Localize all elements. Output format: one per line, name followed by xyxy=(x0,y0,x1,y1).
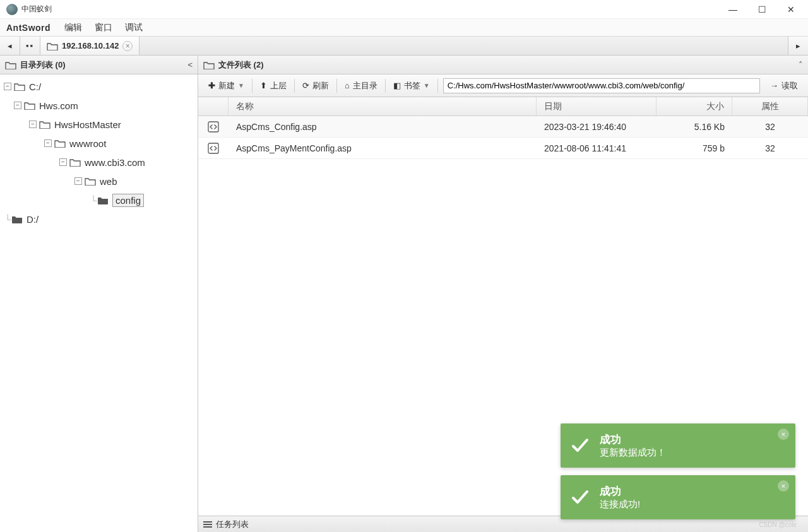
new-button-label: 新建 xyxy=(218,80,235,92)
watermark: CSDN @cole xyxy=(759,521,797,528)
tree-toggle-icon[interactable]: − xyxy=(44,139,52,147)
tree-label: config xyxy=(112,194,144,207)
menu-debug[interactable]: 调试 xyxy=(119,19,149,36)
toast-container: 成功 更新数据成功！ × 成功 连接成功! × xyxy=(561,423,795,519)
refresh-button[interactable]: ⟳ 刷新 xyxy=(296,74,335,97)
bookmark-icon: ◧ xyxy=(393,81,401,90)
file-type-icon xyxy=(198,143,229,154)
tree-node-hwshost[interactable]: − HwsHostMaster xyxy=(0,115,198,134)
file-panel-header: 文件列表 (2) ˄ xyxy=(198,56,808,74)
table-row[interactable]: AspCms_Config.asp 2023-03-21 19:46:40 5.… xyxy=(198,116,808,138)
tabstrip: ◂ ▪▪ 192.168.10.142 × ▸ xyxy=(0,37,808,56)
tab-nav-back[interactable]: ◂ xyxy=(0,37,20,55)
tree-label: D:/ xyxy=(27,214,39,225)
menubar-brand[interactable]: AntSword xyxy=(1,19,58,36)
directory-panel-title: 目录列表 (0) xyxy=(20,59,66,71)
folder-icon xyxy=(85,177,96,186)
new-button[interactable]: ✚ 新建 ▼ xyxy=(202,74,251,97)
table-row[interactable]: AspCms_PayMentConfig.asp 2021-08-06 11:4… xyxy=(198,138,808,159)
tree-toggle-icon[interactable]: − xyxy=(74,177,82,185)
tree-node-d[interactable]: └ D:/ xyxy=(0,210,198,228)
tree-node-web[interactable]: − web xyxy=(0,172,198,191)
check-icon xyxy=(571,488,590,507)
home-button-label: 主目录 xyxy=(353,80,377,92)
toast-close-icon[interactable]: × xyxy=(778,429,789,440)
bookmark-button[interactable]: ◧ 书签 ▼ xyxy=(387,74,436,97)
up-button[interactable]: ⬆ 上层 xyxy=(254,74,293,97)
folder-icon xyxy=(14,82,25,91)
tab-nav-forward[interactable]: ▸ xyxy=(788,37,808,55)
col-attr[interactable]: 属性 xyxy=(732,97,808,115)
folder-closed-icon xyxy=(11,215,23,223)
arrow-up-icon: ⬆ xyxy=(260,81,267,90)
collapse-up-icon[interactable]: ˄ xyxy=(799,60,803,69)
file-name: AspCms_PayMentConfig.asp xyxy=(229,143,537,153)
read-button-label: 读取 xyxy=(781,80,798,92)
tree-node-config[interactable]: └ config xyxy=(0,191,198,210)
path-input[interactable] xyxy=(443,78,760,93)
toast-title: 成功 xyxy=(600,432,666,447)
window-minimize-button[interactable]: — xyxy=(718,0,747,19)
taskbar-label: 任务列表 xyxy=(216,519,249,530)
toast: 成功 更新数据成功！ × xyxy=(561,423,795,468)
home-button[interactable]: ⌂ 主目录 xyxy=(338,74,384,97)
toast-close-icon[interactable]: × xyxy=(778,480,789,492)
file-date: 2023-03-21 19:46:40 xyxy=(537,122,656,132)
refresh-icon: ⟳ xyxy=(302,81,309,90)
tree-node-wwwroot[interactable]: − wwwroot xyxy=(0,134,198,153)
file-type-icon xyxy=(198,121,229,133)
tree-connector: └ xyxy=(4,214,11,225)
col-icon[interactable] xyxy=(198,97,229,115)
chevron-down-icon: ▼ xyxy=(238,82,244,89)
tree-connector: └ xyxy=(90,195,97,206)
toast-message: 更新数据成功！ xyxy=(600,447,666,459)
window-titlebar: 中国蚁剑 — ☐ ✕ xyxy=(0,0,808,19)
menu-edit[interactable]: 编辑 xyxy=(58,19,88,36)
tree-label: C:/ xyxy=(29,81,41,92)
file-table-header: 名称 日期 大小 属性 xyxy=(198,97,808,116)
col-date[interactable]: 日期 xyxy=(537,97,656,115)
up-button-label: 上层 xyxy=(270,80,287,92)
arrow-right-icon: → xyxy=(770,81,778,90)
folder-icon xyxy=(5,61,16,69)
tab-active[interactable]: 192.168.10.142 × xyxy=(40,37,140,55)
read-button[interactable]: → 读取 xyxy=(764,74,804,97)
folder-icon xyxy=(47,42,58,50)
window-maximize-button[interactable]: ☐ xyxy=(747,0,776,19)
tree-toggle-icon[interactable]: − xyxy=(59,158,67,166)
folder-icon xyxy=(69,158,81,167)
folder-icon xyxy=(39,120,50,129)
tree-label: www.cbi3.com xyxy=(85,157,145,168)
window-close-button[interactable]: ✕ xyxy=(776,0,805,19)
file-attr: 32 xyxy=(732,143,808,153)
list-icon xyxy=(203,521,212,528)
tree-label: Hws.com xyxy=(39,100,78,111)
tree-toggle-icon[interactable]: − xyxy=(29,121,37,128)
tree-toggle-icon[interactable]: − xyxy=(4,83,11,90)
plus-icon: ✚ xyxy=(208,81,215,90)
file-size: 5.16 Kb xyxy=(656,122,732,132)
refresh-button-label: 刷新 xyxy=(312,80,329,92)
folder-icon xyxy=(54,139,66,148)
bookmark-button-label: 书签 xyxy=(404,80,420,92)
file-toolbar: ✚ 新建 ▼ ⬆ 上层 ⟳ 刷新 ⌂ 主目录 ◧ 书签 xyxy=(198,74,808,97)
tree-toggle-icon[interactable]: − xyxy=(14,102,21,109)
window-title: 中国蚁剑 xyxy=(21,4,52,15)
tree-node-hws[interactable]: − Hws.com xyxy=(0,96,198,115)
tab-close-icon[interactable]: × xyxy=(122,41,133,51)
toast-message: 连接成功! xyxy=(600,499,640,511)
tree-node-cbi[interactable]: − www.cbi3.com xyxy=(0,153,198,172)
tree-node-c[interactable]: − C:/ xyxy=(0,77,198,96)
col-name[interactable]: 名称 xyxy=(229,97,537,115)
menubar: AntSword 编辑 窗口 调试 xyxy=(0,19,808,37)
tab-label: 192.168.10.142 xyxy=(62,41,119,50)
check-icon xyxy=(571,436,590,455)
toast-title: 成功 xyxy=(600,484,640,499)
file-panel-title: 文件列表 (2) xyxy=(218,59,264,71)
col-size[interactable]: 大小 xyxy=(656,97,732,115)
tab-grid-button[interactable]: ▪▪ xyxy=(20,37,40,55)
file-attr: 32 xyxy=(732,122,808,132)
collapse-left-icon[interactable]: < xyxy=(187,60,193,69)
menu-window[interactable]: 窗口 xyxy=(88,19,119,36)
file-name: AspCms_Config.asp xyxy=(229,122,537,132)
